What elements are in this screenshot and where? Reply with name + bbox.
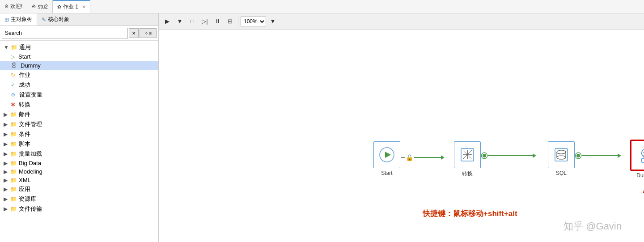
sub-tab-main-tree[interactable]: ⊞ 主对象树 (0, 13, 37, 25)
refresh-icon: ↻ (11, 72, 15, 78)
search-clear-btn[interactable]: ✕ (129, 28, 139, 38)
tree-item-start[interactable]: ▷ Start (0, 52, 158, 61)
run-dropdown-button[interactable]: ▼ (174, 16, 186, 27)
toolbar: ▶ ▼ □ ▷| ⏸ ⊞ 100% 50% 75% 125% 150% 200%… (159, 13, 644, 30)
asterisk-icon: ✱ (11, 102, 15, 108)
run-button[interactable]: ▶ (161, 16, 173, 27)
left-panel: ⊞ 主对象树 ✎ 核心对象 ✕ ⁘ ≡ ▼ 📁 (0, 13, 159, 242)
canvas-area[interactable]: Start 🔒 (159, 30, 644, 242)
tree-item-transform[interactable]: ✱ 转换 (0, 100, 158, 110)
tree-item-script-label: 脚本 (19, 140, 30, 148)
start-node[interactable]: Start (373, 141, 400, 176)
tree-item-start-label: Start (18, 53, 30, 60)
tree-item-modeling[interactable]: ▶ 📁 Modeling (0, 167, 158, 176)
tree-item-filemgr[interactable]: ▶ 📁 文件管理 (0, 119, 158, 129)
folder-open-icon: 📁 (11, 44, 17, 51)
grid-button[interactable]: ⊞ (224, 16, 236, 27)
toolbar-separator (238, 17, 238, 26)
arrow-transform-sql (482, 153, 536, 158)
tab-job1-label: 作业 1 (63, 3, 78, 11)
arrow-start-transform: 🔒 (401, 154, 445, 161)
svg-point-12 (557, 150, 566, 154)
dummy-node-box (631, 140, 644, 170)
chevron-right-xml-icon: ▶ (4, 177, 8, 183)
tab-stu2[interactable]: ※ stu2 (27, 0, 53, 13)
tree-item-script[interactable]: ▶ 📁 脚本 (0, 139, 158, 149)
start-node-label: Start (381, 170, 392, 176)
chevron-right-batchload-icon: ▶ (4, 151, 8, 157)
folder-script-icon: 📁 (10, 141, 17, 147)
dummy-node[interactable]: Dummy (631, 140, 644, 178)
transform-node-box (454, 141, 481, 168)
stop-button[interactable]: □ (186, 16, 198, 27)
folder-condition-icon: 📁 (10, 131, 17, 137)
start-node-icon (379, 147, 395, 163)
tree-item-setvars-label: 设置变量 (19, 91, 42, 99)
tree-item-general[interactable]: ▼ 📁 通用 (0, 42, 158, 52)
chevron-right-filemgr-icon: ▶ (4, 121, 8, 127)
tab-welcome[interactable]: ※ 欢迎! (0, 0, 27, 13)
zoom-dropdown-button[interactable]: ▼ (267, 16, 279, 27)
sql-node-label: SQL (556, 170, 567, 176)
transform-node-icon (459, 147, 475, 163)
sql-node-icon (553, 147, 569, 163)
tree-item-condition[interactable]: ▶ 📁 条件 (0, 129, 158, 139)
folder-batchload-icon: 📁 (10, 151, 17, 157)
step-run-button[interactable]: ▷| (199, 16, 211, 27)
tab-job1[interactable]: ✿ 作业 1 ✕ (53, 0, 90, 13)
tab-stu2-icon: ※ (32, 4, 36, 9)
tree-item-mail[interactable]: ▶ 📁 邮件 (0, 110, 158, 119)
svg-rect-1 (13, 66, 15, 68)
svg-point-2 (13, 64, 13, 64)
tree-item-dummy[interactable]: Dummy (0, 61, 158, 70)
sub-tab-core-obj[interactable]: ✎ 核心对象 (37, 13, 74, 25)
tab-job1-close[interactable]: ✕ (82, 4, 85, 9)
search-input[interactable] (2, 28, 128, 38)
transform-node[interactable]: 转换 (454, 141, 481, 178)
tree-item-setvars[interactable]: ⚙ 设置变量 (0, 90, 158, 100)
transform-node-label: 转换 (462, 170, 473, 178)
tree-item-success-label: 成功 (19, 81, 30, 89)
folder-xml-icon: 📁 (10, 177, 17, 183)
tree-item-app[interactable]: ▶ 📁 应用 (0, 184, 158, 194)
tree-item-job-label: 作业 (19, 71, 30, 79)
sql-node[interactable]: SQL (548, 141, 575, 176)
tree-item-filemgr-label: 文件管理 (19, 120, 42, 128)
svg-rect-19 (642, 158, 644, 162)
chevron-down-icon: ▼ (4, 44, 9, 51)
tree-item-xml[interactable]: ▶ 📁 XML (0, 176, 158, 184)
arrow-sql-dummy (576, 153, 621, 158)
tree-item-job[interactable]: ↻ 作业 (0, 70, 158, 80)
tab-welcome-label: 欢迎! (10, 3, 22, 10)
check-icon: ✓ (11, 82, 15, 88)
search-options-btn[interactable]: ⁘ ≡ (140, 28, 157, 38)
watermark: 知乎 @Gavin (564, 220, 622, 233)
lock-icon: 🔒 (406, 154, 413, 161)
tree-item-filetrans-label: 文件传输 (19, 205, 42, 213)
sub-tab-core-obj-label: 核心对象 (48, 16, 69, 23)
tree-item-mail-label: 邮件 (19, 110, 30, 119)
tree-item-reslib[interactable]: ▶ 📁 资源库 (0, 194, 158, 204)
pause-button[interactable]: ⏸ (212, 16, 223, 27)
settings-icon: ⚙ (11, 92, 16, 98)
arrow-head-3 (618, 153, 621, 158)
tree-item-batchload[interactable]: ▶ 📁 批量加载 (0, 149, 158, 159)
tab-job1-icon: ✿ (57, 4, 61, 10)
arrow-head-1 (441, 155, 445, 160)
tree-item-bigdata[interactable]: ▶ 📁 Big Data (0, 159, 158, 167)
svg-point-3 (14, 64, 15, 64)
tree-item-general-label: 通用 (19, 43, 31, 51)
tree-item-filetrans[interactable]: ▶ 📁 文件传输 (0, 204, 158, 214)
tree-item-success[interactable]: ✓ 成功 (0, 80, 158, 90)
sql-node-box (548, 141, 575, 168)
tree-container: ▼ 📁 通用 ▷ Start Dummy (0, 41, 158, 242)
arrow-head-2 (533, 153, 536, 158)
tree-item-condition-label: 条件 (19, 130, 30, 138)
sub-tab-bar: ⊞ 主对象树 ✎ 核心对象 (0, 13, 158, 26)
zoom-select[interactable]: 100% 50% 75% 125% 150% 200% (241, 17, 266, 26)
chevron-right-bigdata-icon: ▶ (4, 160, 8, 166)
chevron-right-filetrans-icon: ▶ (4, 206, 8, 212)
chevron-right-app-icon: ▶ (4, 186, 8, 192)
tree-item-batchload-label: 批量加载 (19, 150, 42, 158)
green-dot-2 (576, 153, 581, 158)
